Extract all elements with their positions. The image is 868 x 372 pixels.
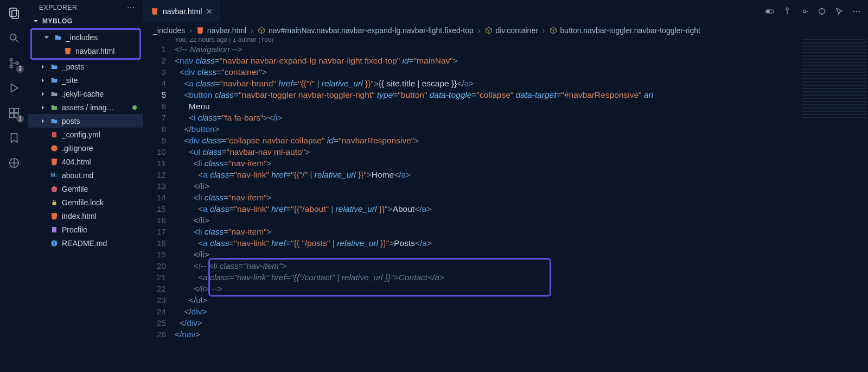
code-line[interactable]: <li class="nav-item"> — [175, 226, 868, 237]
bookmark-icon[interactable] — [7, 130, 22, 146]
search-icon[interactable] — [7, 30, 22, 46]
code-line[interactable]: <nav class="navbar navbar-expand-lg navb… — [175, 55, 868, 66]
code-line[interactable]: </ul> — [175, 294, 868, 306]
code-line[interactable]: <div class="collapse navbar-collapse" id… — [175, 135, 868, 146]
code-line[interactable]: </li> — [175, 249, 868, 260]
tree-item[interactable]: navbar.html — [32, 44, 139, 58]
code-content[interactable]: You, 22 hours ago | 1 author (You) <!-- … — [175, 38, 868, 372]
tree-item[interactable]: _posts — [28, 60, 143, 73]
breadcrumb[interactable]: _includes›navbar.html›nav#mainNav.navbar… — [143, 23, 868, 38]
file-icon — [50, 185, 59, 193]
breadcrumb-segment[interactable]: button.navbar-toggler.navbar-toggler-rig… — [550, 26, 700, 35]
tree-item-label: about.md — [62, 171, 93, 180]
code-line[interactable]: <!-- <li class="nav-item"> — [175, 260, 868, 272]
tab-navbar-html[interactable]: navbar.html ✕ — [143, 0, 220, 22]
scm-badge: 3 — [16, 65, 24, 73]
explorer-header: EXPLORER ⋯ — [28, 0, 143, 15]
breadcrumb-label: button.navbar-toggler.navbar-toggler-rig… — [560, 26, 700, 35]
tree-item[interactable]: posts — [28, 114, 143, 128]
code-line[interactable]: </div> — [175, 306, 868, 317]
code-line[interactable]: <ul class="navbar-nav ml-auto"> — [175, 146, 868, 157]
minimap[interactable] — [802, 39, 867, 121]
code-editor[interactable]: 1234567891011121314151617181920212223242… — [143, 38, 868, 372]
code-line[interactable]: </li> — [175, 215, 868, 226]
more-icon[interactable]: ⋯ — [852, 7, 861, 16]
file-icon — [50, 62, 59, 71]
remote-icon[interactable] — [7, 155, 22, 171]
tree-item[interactable]: _config.yml — [28, 128, 143, 141]
chevron-down-icon — [33, 18, 39, 24]
run-debug-icon[interactable] — [7, 80, 22, 96]
sidebar: EXPLORER ⋯ MYBLOG _includesnavbar.html _… — [28, 0, 143, 372]
html-icon — [151, 8, 158, 15]
tree-item-label: Gemfile — [62, 185, 88, 193]
svg-point-2 — [10, 34, 16, 40]
tree-item[interactable]: _site — [28, 73, 143, 87]
tree-item-label: 404.html — [62, 157, 91, 166]
extensions-icon[interactable]: 1 — [7, 105, 22, 121]
breadcrumb-segment[interactable]: _includes — [153, 26, 185, 35]
file-icon — [54, 33, 62, 42]
sync-icon[interactable] — [817, 7, 827, 16]
tree-item[interactable]: Gemfile.lock — [28, 196, 143, 209]
svg-text:i: i — [54, 241, 55, 245]
editor-area: navbar.html ✕ ⋯ _includes›navbar.html›na… — [143, 0, 868, 372]
code-line[interactable]: </div> — [175, 317, 868, 329]
cursor-icon[interactable] — [834, 7, 844, 16]
code-line[interactable]: Menu — [175, 100, 868, 112]
code-line[interactable]: </button> — [175, 123, 868, 135]
breadcrumb-label: _includes — [153, 26, 185, 35]
highlighted-tree-region: _includesnavbar.html — [30, 28, 141, 60]
tree-item-label: _config.yml — [62, 130, 100, 139]
explorer-more-icon[interactable]: ⋯ — [127, 3, 136, 12]
code-line[interactable]: <a class="navbar-brand" href="{{"/" | re… — [175, 78, 868, 89]
source-control-icon[interactable]: 3 — [7, 55, 22, 71]
code-line[interactable]: <a class="nav-link" href="{{"/" | relati… — [175, 169, 868, 180]
symbol-icon — [485, 27, 493, 34]
chevron-icon — [39, 91, 47, 97]
tree-item[interactable]: .jekyll-cache — [28, 87, 143, 100]
code-line[interactable]: <!-- Navigation --> — [175, 43, 868, 55]
chevron-icon — [39, 104, 47, 111]
tree-item[interactable]: iREADME.md — [28, 236, 143, 250]
tree-item[interactable]: index.html — [28, 209, 143, 223]
svg-point-21 — [786, 8, 788, 10]
tree-item-label: assets / imag… — [62, 103, 114, 112]
breadcrumb-label: nav#mainNav.navbar.navbar-expand-lg.navb… — [269, 26, 474, 35]
code-line[interactable]: <a class="nav-link" href="{{ "/posts" | … — [175, 237, 868, 249]
tree-item[interactable]: _includes — [32, 30, 139, 44]
tree-item[interactable]: Gemfile — [28, 182, 143, 196]
breadcrumb-label: div.container — [496, 26, 538, 35]
file-icon — [50, 225, 59, 234]
explorer-icon[interactable] — [7, 5, 22, 21]
tab-actions: ⋯ — [765, 7, 868, 16]
tree-item[interactable]: assets / imag… — [28, 100, 143, 114]
tree-item[interactable]: Procfile — [28, 223, 143, 236]
tree-item-label: _site — [62, 76, 78, 85]
code-line[interactable]: <a class="nav-link" href="{{"/about" | r… — [175, 203, 868, 215]
code-line[interactable]: <button class="navbar-toggler navbar-tog… — [175, 89, 868, 100]
code-line[interactable]: <li class="nav-item"> — [175, 157, 868, 169]
code-line[interactable]: </li> --> — [175, 283, 868, 294]
breadcrumb-segment[interactable]: div.container — [485, 26, 538, 35]
ext-badge: 1 — [16, 115, 24, 123]
code-line[interactable]: <li class="nav-item"> — [175, 192, 868, 203]
svg-line-3 — [16, 40, 19, 43]
breadcrumb-segment[interactable]: navbar.html — [196, 26, 246, 35]
file-icon: i — [50, 239, 59, 248]
code-line[interactable]: <div class="container"> — [175, 66, 868, 78]
close-icon[interactable]: ✕ — [206, 7, 213, 16]
code-line[interactable]: <a class="nav-link" href="{{"/contact" |… — [175, 272, 868, 283]
code-line[interactable]: </li> — [175, 180, 868, 192]
circle-outline-icon[interactable] — [782, 7, 792, 16]
toggle-icon[interactable] — [765, 7, 775, 16]
code-line[interactable]: </nav> — [175, 329, 868, 340]
breadcrumb-segment[interactable]: nav#mainNav.navbar.navbar-expand-lg.navb… — [258, 26, 474, 35]
section-header[interactable]: MYBLOG — [28, 15, 143, 27]
tree-item[interactable]: 404.html — [28, 155, 143, 168]
tree-item[interactable]: .gitignore — [28, 141, 143, 155]
code-line[interactable]: <i class="fa fa-bars"></i> — [175, 112, 868, 123]
svg-point-13 — [51, 145, 58, 152]
split-editor-icon[interactable] — [800, 7, 809, 16]
tree-item[interactable]: M↓about.md — [28, 168, 143, 182]
